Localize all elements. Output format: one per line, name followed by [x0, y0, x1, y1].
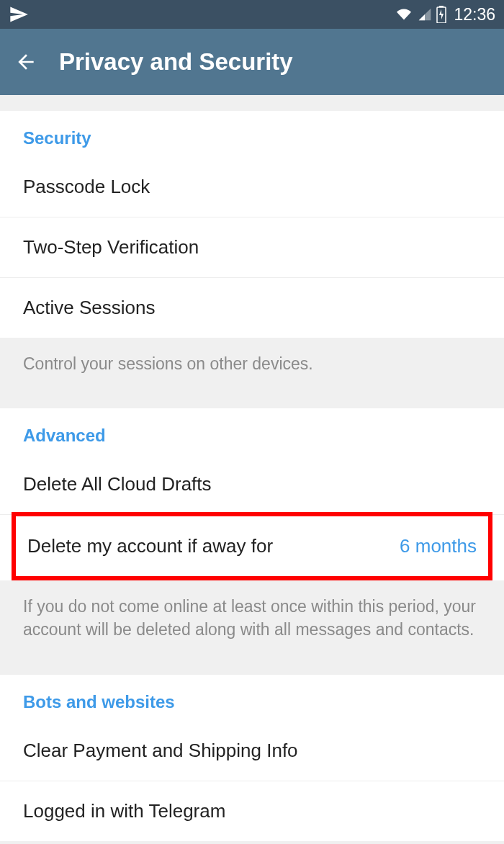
section-header-advanced: Advanced: [0, 408, 504, 454]
two-step-verification-label: Two-Step Verification: [23, 236, 199, 259]
highlight-box: Delete my account if away for 6 months: [12, 512, 492, 580]
passcode-lock-label: Passcode Lock: [23, 176, 150, 198]
two-step-verification-item[interactable]: Two-Step Verification: [0, 217, 504, 278]
section-footer-security: Control your sessions on other devices.: [0, 338, 504, 392]
section-footer-advanced: If you do not come online at least once …: [0, 580, 504, 658]
battery-charging-icon: [436, 6, 446, 23]
delete-account-label: Delete my account if away for: [27, 535, 273, 557]
active-sessions-item[interactable]: Active Sessions: [0, 278, 504, 338]
section-security: Security Passcode Lock Two-Step Verifica…: [0, 111, 504, 338]
section-header-bots: Bots and websites: [0, 675, 504, 721]
section-advanced: Advanced Delete All Cloud Drafts Delete …: [0, 408, 504, 580]
delete-drafts-item[interactable]: Delete All Cloud Drafts: [0, 454, 504, 515]
clear-payment-item[interactable]: Clear Payment and Shipping Info: [0, 721, 504, 781]
app-bar: Privacy and Security: [0, 29, 504, 95]
signal-icon: [418, 7, 432, 22]
page-title: Privacy and Security: [59, 48, 293, 76]
status-bar: 12:36: [0, 0, 504, 29]
logged-in-telegram-label: Logged in with Telegram: [23, 800, 225, 822]
telegram-icon: [9, 4, 29, 24]
content: Security Passcode Lock Two-Step Verifica…: [0, 111, 504, 841]
active-sessions-label: Active Sessions: [23, 297, 156, 319]
clear-payment-label: Clear Payment and Shipping Info: [23, 740, 298, 762]
logged-in-telegram-item[interactable]: Logged in with Telegram: [0, 781, 504, 841]
section-bots: Bots and websites Clear Payment and Ship…: [0, 675, 504, 841]
delete-account-item[interactable]: Delete my account if away for 6 months: [16, 516, 488, 576]
wifi-icon: [395, 7, 413, 22]
status-time: 12:36: [454, 5, 495, 24]
passcode-lock-item[interactable]: Passcode Lock: [0, 157, 504, 217]
delete-account-value: 6 months: [400, 535, 477, 557]
delete-drafts-label: Delete All Cloud Drafts: [23, 473, 212, 495]
back-arrow-icon[interactable]: [14, 50, 37, 73]
section-header-security: Security: [0, 111, 504, 157]
svg-rect-1: [439, 6, 444, 7]
